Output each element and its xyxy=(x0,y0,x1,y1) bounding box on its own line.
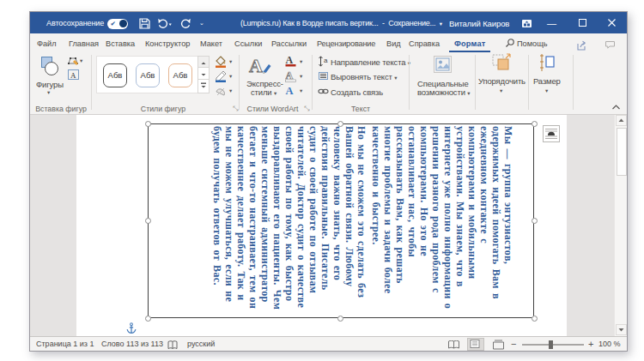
svg-text:A: A xyxy=(70,71,76,80)
svg-text:А: А xyxy=(249,55,263,76)
svg-text:А: А xyxy=(286,85,294,97)
svg-text:a: a xyxy=(324,57,328,64)
